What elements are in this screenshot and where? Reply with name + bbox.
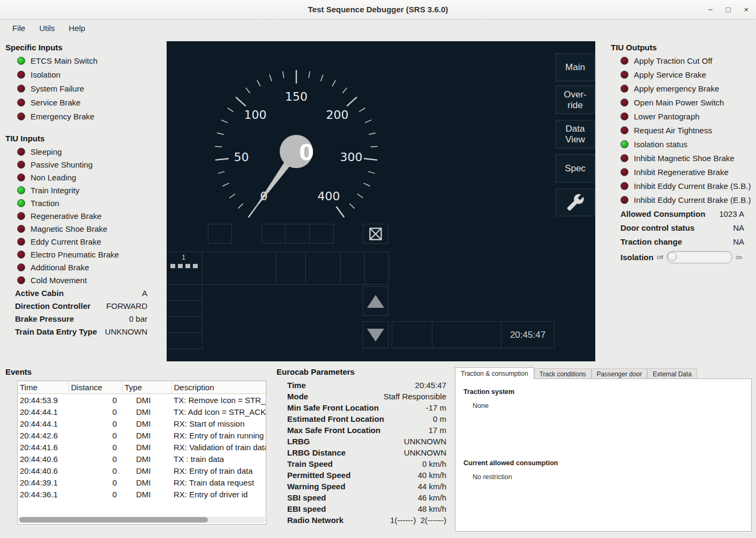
event-row[interactable]: 20:44:44.10DMITX: Add Icon = STR_ACK_S — [18, 406, 266, 418]
tiu-output-request-air-tightness: Request Air Tightness — [620, 123, 751, 137]
specific-input-service-brake: Service Brake — [17, 95, 98, 109]
gauge-tick-label: 300 — [340, 150, 362, 164]
tiu-output-apply-emergency-brake: Apply emergency Brake — [620, 81, 751, 95]
param-value: -17 m — [426, 403, 446, 412]
eurocab-parameters: Time20:45:47ModeStaff ResponsibleMin Saf… — [287, 380, 446, 526]
param-label: Permitted Speed — [287, 471, 350, 480]
tiu-outputs-params: Allowed Consumption1023 ADoor control st… — [620, 207, 744, 248]
event-cell: DMI — [122, 488, 171, 500]
tiu-input-sleeping: Sleeping — [17, 145, 119, 158]
menu-file[interactable]: File — [5, 22, 32, 34]
title-bar: Test Sequence Debugger (SRS 3.6.0) − □ × — [0, 0, 756, 20]
led-label: ETCS Main Switch — [31, 56, 98, 65]
close-icon[interactable]: × — [741, 4, 752, 15]
column-header-time[interactable]: Time — [18, 381, 69, 394]
event-row[interactable]: 20:44:53.90DMITX: Remove Icon = STR_AC — [18, 394, 266, 406]
dmi-button-override[interactable]: Over-ride — [556, 86, 595, 114]
led-off-icon — [620, 71, 628, 79]
param-value: 0 m — [433, 414, 446, 423]
tab-traction-consumption[interactable]: Traction & consumption — [455, 367, 534, 379]
param-value: 44 km/h — [418, 482, 446, 491]
menu-utils[interactable]: Utils — [32, 22, 62, 34]
event-cell: RX: Entry of train running n — [171, 429, 266, 441]
led-off-icon — [17, 85, 25, 93]
param-train-data-entry-type: Train Data Entry TypeUNKNOWN — [15, 325, 147, 338]
gauge-tick — [332, 80, 335, 86]
tab-passenger-door[interactable]: Passenger door — [592, 368, 648, 379]
event-row[interactable]: 20:44:41.60DMIRX: Validation of train da… — [18, 441, 266, 453]
minimize-icon[interactable]: − — [705, 4, 716, 15]
dmi-button-spec[interactable]: Spec — [556, 154, 595, 183]
event-row[interactable]: 20:44:36.10DMIRX: Entry of driver id — [18, 488, 266, 500]
led-label: Apply Service Brake — [634, 70, 706, 79]
param-train-speed: Train Speed0 km/h — [287, 458, 446, 469]
event-cell: 20:44:44.1 — [18, 406, 69, 418]
event-row[interactable]: 20:44:42.60DMIRX: Entry of train running… — [18, 429, 266, 441]
tiu-inputs-list: SleepingPassive ShuntingNon LeadingTrain… — [17, 145, 119, 286]
isolation-slider-knob[interactable] — [668, 252, 677, 261]
param-label: Time — [287, 381, 306, 390]
gauge-tick — [357, 194, 363, 198]
gauge-tick — [368, 171, 375, 173]
column-header-description[interactable]: Description — [171, 381, 266, 394]
cab-info: Active CabinADirection ControllerFORWARD… — [15, 286, 147, 338]
tiu-input-traction: Traction — [17, 196, 119, 209]
allowed-consumption-value: No restriction — [473, 473, 512, 481]
menu-help[interactable]: Help — [62, 22, 92, 34]
param-active-cabin: Active CabinA — [15, 286, 147, 299]
dmi-button-data-view[interactable]: DataView — [556, 120, 595, 148]
event-row[interactable]: 20:44:44.10DMIRX: Start of mission — [18, 418, 266, 429]
param-traction-change: Traction changeNA — [620, 234, 744, 248]
dmi-button-main[interactable]: Main — [556, 54, 595, 81]
dmi-button-settings[interactable] — [556, 188, 595, 216]
tiu-outputs-list: Apply Traction Cut OffApply Service Brak… — [620, 54, 751, 207]
event-cell: DMI — [122, 394, 171, 406]
gauge-tick — [221, 120, 228, 123]
param-value: FORWARD — [106, 301, 147, 310]
scroll-down-button[interactable] — [363, 321, 388, 348]
event-cell: DMI — [122, 453, 171, 465]
param-value: A — [142, 289, 147, 298]
column-header-type[interactable]: Type — [122, 381, 171, 394]
gauge-tick-label: 400 — [318, 190, 340, 203]
events-table: TimeDistanceTypeDescription 20:44:53.90D… — [17, 381, 266, 525]
param-value: NA — [733, 237, 744, 246]
gauge-tick — [342, 88, 347, 93]
param-mode: ModeStaff Responsible — [287, 391, 446, 402]
event-cell: RX: Train data request — [171, 476, 266, 488]
scroll-up-button[interactable] — [363, 286, 388, 316]
param-allowed-consumption: Allowed Consumption1023 A — [620, 207, 744, 221]
gauge-tick — [364, 158, 377, 160]
tiu-output-apply-service-brake: Apply Service Brake — [620, 67, 751, 81]
gauge-tick — [336, 207, 345, 217]
event-row[interactable]: 20:44:40.60DMITX : train data — [18, 453, 266, 465]
led-off-icon — [17, 276, 25, 284]
tiu-input-eddy-current-brake: Eddy Current Brake — [17, 235, 119, 248]
event-row[interactable]: 20:44:40.60DMIRX: Entry of train data — [18, 465, 266, 476]
column-header-distance[interactable]: Distance — [69, 381, 122, 394]
dmi-cell — [285, 224, 310, 244]
maximize-icon[interactable]: □ — [723, 4, 733, 15]
scrollbar-thumb[interactable] — [19, 517, 208, 522]
led-label: Apply emergency Brake — [634, 84, 719, 93]
event-row[interactable]: 20:44:39.10DMIRX: Train data request — [18, 476, 266, 488]
led-label: Inhibit Eddy Current Brake (E.B.) — [634, 195, 751, 204]
tiu-output-inhibit-magnetic-shoe-brake: Inhibit Magnetic Shoe Brake — [620, 151, 751, 165]
tab-external-data[interactable]: External Data — [647, 368, 697, 379]
led-off-icon — [17, 225, 25, 233]
event-cell: DMI — [122, 476, 171, 488]
gauge-tick — [347, 97, 357, 106]
dmi-grid-line — [202, 252, 203, 349]
dmi-grid-line — [340, 252, 341, 284]
tiu-output-open-main-power-switch: Open Main Power Switch — [620, 95, 751, 109]
events-horizontal-scrollbar[interactable] — [18, 517, 265, 523]
param-label: Direction Controller — [15, 301, 91, 310]
led-on-icon — [17, 199, 25, 207]
event-cell: 20:44:39.1 — [18, 476, 69, 488]
event-cell: 0 — [69, 476, 122, 488]
isolation-slider[interactable] — [667, 251, 732, 263]
detail-tabs: Traction & consumptionTrack conditionsPa… — [455, 368, 697, 379]
param-estimated-front-location: Estimated Front Location0 m — [287, 413, 446, 425]
tab-track-conditions[interactable]: Track conditions — [534, 368, 592, 379]
event-cell: TX: Remove Icon = STR_AC — [171, 394, 266, 406]
